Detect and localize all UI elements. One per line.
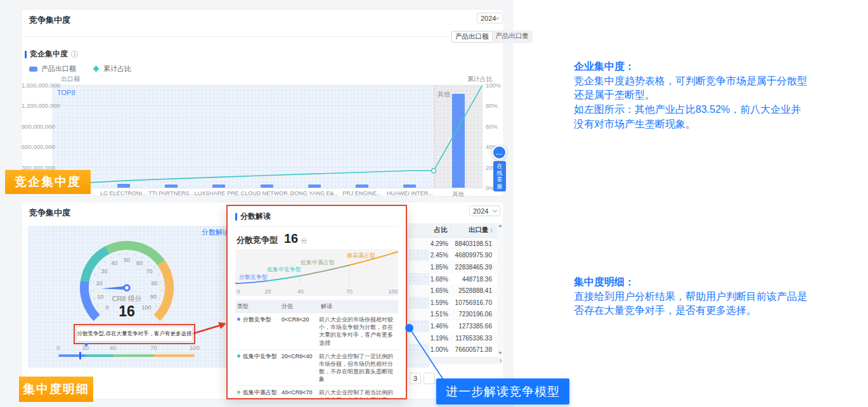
- legend-line-swatch: [93, 66, 100, 72]
- curve-x-label: 0: [236, 288, 240, 295]
- toggle-export-volume[interactable]: 产品出口量: [493, 31, 533, 42]
- connector-line: [406, 325, 450, 383]
- annotation-block-concentration-detail: 集中度明细： 直接给到用户分析结果，帮助用户判断目前该产品是否存在大量竞争对手，…: [574, 275, 807, 318]
- col-volume[interactable]: 出口量 ▲▼: [451, 226, 495, 235]
- tooltip-score: 分散竞争型 16 分: [236, 231, 398, 246]
- label-flag-company-concentration: 竞企集中度: [5, 170, 91, 194]
- score-table-row: 低集中竞争型20<CR8<40前八大企业控制了一定比例的市场份额，但市场仍然相对…: [235, 349, 398, 386]
- score-slider[interactable]: 0204070100: [58, 344, 195, 363]
- info-icon[interactable]: [71, 51, 78, 58]
- curve-segment-label: 分散竞争型: [239, 273, 268, 281]
- cr8-gauge: 0102030405060708090100 CR8 得分 16: [70, 235, 184, 330]
- x-axis-label: 其他: [430, 190, 487, 198]
- divider: [22, 36, 503, 37]
- annotation-heading: 集中度明细：: [574, 275, 807, 290]
- score-table-row: 分散竞争型0<CR8<20前八大企业的市场份额相对较小，市场竞争较为分散，存在大…: [235, 313, 398, 349]
- slider-stop-label: 0: [56, 344, 60, 351]
- legend-bar-label[interactable]: 产品出口额: [41, 64, 76, 74]
- year-select[interactable]: 2024: [469, 205, 500, 216]
- annotation-heading: 企业集中度：: [574, 60, 807, 74]
- competition-concentration-card-top: 竞争集中度 2024 产品出口额 产品出口量 竞企集中度 产品出口额 累计占比 …: [21, 9, 504, 197]
- pareto-chart-plot: TOP8 其他: [52, 85, 483, 188]
- scroll-up-icon[interactable]: [498, 224, 502, 227]
- section-title: 竞企集中度: [30, 49, 68, 60]
- sort-icon[interactable]: ▲▼: [490, 228, 493, 233]
- curve-x-label: 70: [346, 288, 353, 295]
- y2-tick: 100%: [486, 82, 501, 89]
- year-select[interactable]: 2024: [477, 13, 503, 23]
- scroll-right-icon[interactable]: ›: [500, 357, 502, 364]
- verdict-pointer: [83, 343, 89, 347]
- share-table-row[interactable]: 1.65%2528888.41: [409, 285, 497, 297]
- col-share[interactable]: 占比: [409, 226, 451, 235]
- section-header: 竞企集中度: [25, 49, 78, 60]
- y-tick: 900,000,000: [22, 123, 49, 130]
- unit-toggle: 产品出口额 产品出口量: [451, 30, 533, 43]
- svg-text:30: 30: [101, 268, 107, 275]
- slider-stop-label: 70: [150, 344, 157, 351]
- curve-x-label: 100: [388, 288, 398, 295]
- section-accent-bar: [25, 51, 27, 58]
- legend-bar-swatch: [29, 67, 37, 72]
- svg-text:40: 40: [111, 260, 117, 266]
- tooltip-header: 分数解读: [235, 211, 398, 227]
- y-tick: 600,000,000: [22, 143, 49, 150]
- curve-segment-label: 低集中寡占型: [301, 259, 335, 267]
- share-table-header: 占比 出口量 ▲▼: [409, 223, 497, 238]
- y2-tick: 80%: [486, 102, 498, 109]
- card2-title: 竞争集中度: [29, 207, 70, 219]
- curve-segment-label: 极高寡占型: [347, 252, 375, 260]
- share-table-row[interactable]: 1.51%7230196.06: [409, 309, 497, 321]
- slider-stop-label: 40: [110, 344, 117, 351]
- svg-text:50: 50: [124, 257, 130, 263]
- slider-stop-label: 100: [190, 344, 200, 351]
- scroll-down-icon[interactable]: [498, 352, 502, 354]
- chat-dots-icon[interactable]: ...: [492, 145, 507, 160]
- share-table-row[interactable]: 1.85%22838465.39: [409, 261, 497, 273]
- cumulative-line-series: [52, 85, 483, 188]
- share-table-row[interactable]: 1.68%448718.36: [409, 273, 497, 285]
- curve-x-label: 40: [297, 288, 304, 295]
- interpret-model-button[interactable]: 进一步解读竞争模型: [436, 378, 569, 404]
- score-unit: 分: [301, 236, 307, 245]
- screenshot-stage: 竞争集中度 2024 产品出口额 产品出口量 竞企集中度 产品出口额 累计占比 …: [0, 0, 868, 407]
- red-arrow-annotation: [191, 320, 228, 337]
- score-explain-tooltip: 分数解读 分散竞争型 16 分 分散竞争型低集中竞争型低集中寡占型极高寡占型 0…: [226, 205, 407, 399]
- annotation-line: 如左图所示：其他产业占比83.52%，前八大企业并没有对市场产生垄断现象。: [574, 103, 807, 131]
- score-curve-chart: 分散竞争型低集中竞争型低集中寡占型极高寡占型 0204070100: [235, 249, 398, 296]
- verdict-annotation-box: 分散竞争型,存在大量竞争对手，客户有更多选择: [74, 324, 195, 344]
- connector-dot: [405, 324, 413, 332]
- year-select-value: 2024: [481, 15, 496, 22]
- curve-segment-label: 低集中竞争型: [267, 266, 301, 274]
- toggle-export-value[interactable]: 产品出口额: [451, 31, 493, 42]
- annotation-block-company-concentration: 企业集中度： 竞企集中度趋势表格，可判断竞争市场是属于分散型还是属于垄断型。 如…: [574, 60, 807, 132]
- vertical-scrollbar[interactable]: [497, 223, 503, 356]
- share-table-row[interactable]: 1.59%10756916.70: [409, 297, 497, 309]
- y-tick: 1,200,000,000: [22, 102, 49, 109]
- x-axis-line: [52, 188, 483, 188]
- label-flag-concentration-detail: 集中度明细: [19, 377, 93, 402]
- share-table-row[interactable]: 2.45%46809975.90: [409, 250, 497, 262]
- svg-text:80: 80: [151, 280, 157, 287]
- y-axis-title: 出口额: [61, 75, 80, 84]
- svg-text:70: 70: [146, 268, 153, 275]
- curve-x-label: 20: [264, 288, 271, 295]
- score-table-header: 类型 分值 解读: [235, 300, 398, 313]
- svg-text:20: 20: [96, 280, 103, 287]
- score-type: 分散竞争型: [236, 235, 278, 246]
- chevron-down-icon: [495, 15, 500, 20]
- slider-marker[interactable]: [79, 352, 81, 359]
- verdict-text: 分散竞争型,存在大量竞争对手，客户有更多选择: [76, 326, 193, 342]
- section-accent-bar: [235, 213, 237, 221]
- score-value: 16: [284, 231, 298, 246]
- share-table-row[interactable]: 4.29%88403198.51: [409, 238, 497, 250]
- score-table-row: 低集中寡占型40<CR8<70前八大企业控制了相当比例的市场份额，市场集中度较高: [235, 385, 398, 399]
- year-select-value: 2024: [473, 207, 488, 215]
- gauge-score-value: 16: [70, 303, 184, 320]
- annotation-line: 竞企集中度趋势表格，可判断竞争市场是属于分散型还是属于垄断型。: [574, 74, 807, 103]
- y-tick: 1,500,000,000: [22, 82, 49, 89]
- svg-text:60: 60: [136, 260, 143, 266]
- chart-legend: 产品出口额 累计占比: [29, 64, 131, 74]
- legend-line-label[interactable]: 累计占比: [103, 64, 131, 74]
- online-service-button[interactable]: 在 线 客 服: [493, 161, 506, 191]
